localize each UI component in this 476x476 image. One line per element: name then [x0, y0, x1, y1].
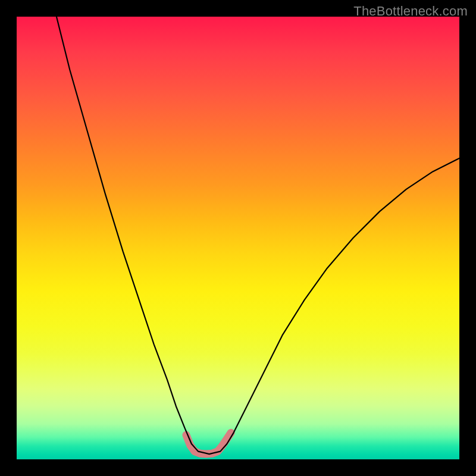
curve-layer	[17, 17, 459, 459]
watermark-text: TheBottleneck.com	[353, 4, 468, 19]
chart-frame: TheBottleneck.com	[0, 0, 476, 476]
trough-marker	[186, 433, 231, 454]
main-curve	[57, 17, 459, 454]
plot-area	[17, 17, 459, 459]
